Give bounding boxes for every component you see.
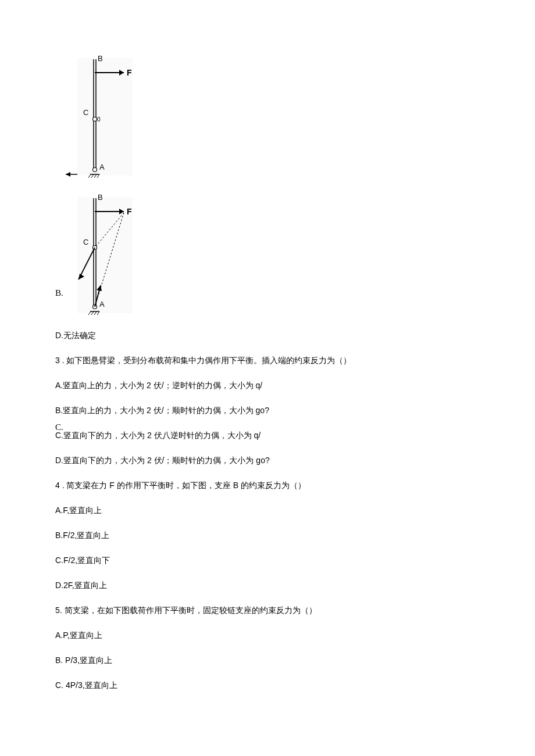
figure-c-diagram: F B C A	[66, 192, 147, 319]
q3-option-b: B.竖直向上的力，大小为 2 伏/；顺时针的力偶，大小为 go?	[55, 404, 480, 417]
q3-option-d: D.竖直向下的力，大小为 2 伏/；顺时针的力偶，大小为 go?	[55, 454, 480, 467]
q4-option-d: D.2F,竖直向上	[55, 579, 480, 592]
q4-option-a: A.F,竖直向上	[55, 504, 480, 517]
q4-option-c: C.F/2,竖直向下	[55, 554, 480, 567]
label-f: F	[127, 68, 132, 77]
q4-option-b: B.F/2,竖直向上	[55, 529, 480, 542]
q5-option-c: C. 4P/3,竖直向上	[55, 679, 480, 691]
q4-stem: 4 . 简支梁在力 F 的作用下平衡时，如下图，支座 B 的约束反力为（）	[55, 479, 480, 492]
q3-stem: 3 . 如下图悬臂梁，受到分布载荷和集中力偶作用下平衡。插入端的约束反力为（）	[55, 354, 480, 367]
label-point-b-c: B	[98, 193, 103, 202]
figure-option-c: C. F B C	[55, 192, 480, 319]
q5-stem: 5. 简支梁，在如下图载荷作用下平衡时，固定较链支座的约束反力为（）	[55, 604, 480, 617]
document-page: B. F B C 0	[0, 0, 535, 739]
svg-point-5	[92, 117, 97, 121]
figure-option-b: B. F B C 0	[55, 52, 480, 182]
q3-option-a: A.竖直向上的力，大小为 2 伏/；逆时针的力偶，大小为 q/	[55, 379, 480, 392]
label-point-c: C	[83, 108, 88, 117]
q5-option-a: A.P,竖直向上	[55, 629, 480, 642]
q5-option-b: B. P/3,竖直向上	[55, 654, 480, 667]
svg-rect-0	[77, 58, 133, 175]
label-point-a: A	[99, 163, 105, 171]
label-point-a-c: A	[99, 300, 105, 309]
figure-label-c: C.	[55, 422, 63, 432]
label-point-b: B	[98, 54, 103, 63]
q3-option-c: C.竖直向下的力，大小为 2 伏八逆时针的力偶，大小为 q/	[55, 429, 480, 442]
svg-point-7	[92, 168, 97, 172]
label-f-c: F	[127, 207, 132, 216]
svg-text:0: 0	[97, 116, 101, 123]
svg-rect-15	[77, 197, 133, 313]
svg-marker-14	[66, 172, 70, 177]
figure-b-diagram: F B C 0 A	[66, 52, 147, 182]
label-point-c-c: C	[83, 238, 88, 246]
q2-option-d: D.无法确定	[55, 329, 480, 342]
